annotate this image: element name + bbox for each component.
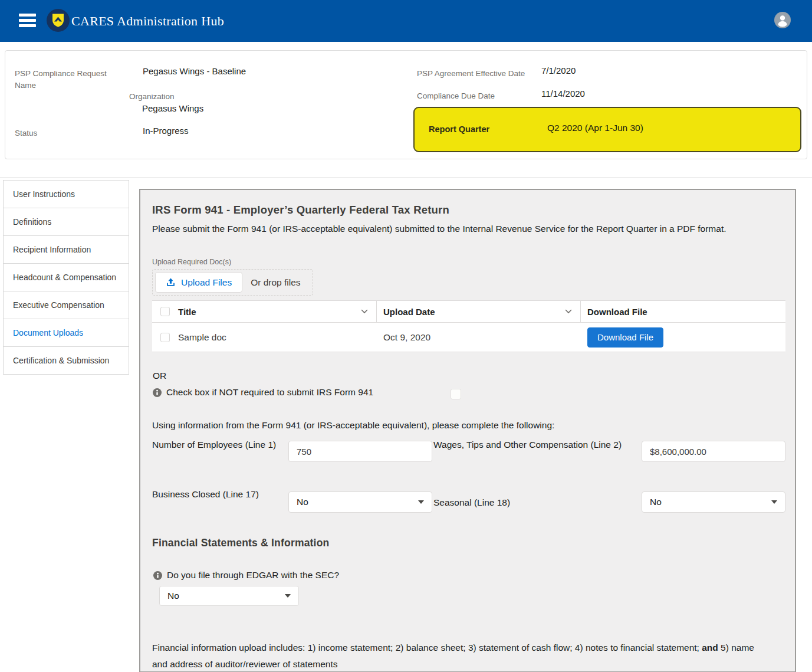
drop-files-text: Or drop files [242,277,310,288]
seasonal-select[interactable]: No [642,491,785,513]
report-quarter-label: Report Quarter [429,124,489,134]
top-navigation-bar: CARES Administration Hub [0,0,812,42]
compliance-summary-card: PSP Compliance Request Name Pegasus Wing… [5,50,807,159]
report-quarter-value: Q2 2020 (Apr 1-Jun 30) [547,123,643,133]
request-name-value: Pegasus Wings - Baseline [143,66,246,76]
due-date-value: 11/14/2020 [541,88,585,99]
request-name-label: PSP Compliance Request Name [15,68,112,91]
column-header-download-file: Download File [587,307,647,317]
employees-label: Number of Employees (Line 1) [152,437,279,453]
organization-label: Organization [129,91,175,103]
sidebar-item-headcount-compensation[interactable]: Headcount & Compensation [3,263,129,291]
or-separator-text: OR [153,371,166,381]
row-checkbox[interactable] [160,333,170,342]
not-required-checkbox[interactable] [451,389,461,399]
effective-date-label: PSP Agreement Effective Date [417,68,525,80]
sidebar-item-recipient-information[interactable]: Recipient Information [3,235,129,264]
user-avatar-icon[interactable] [774,12,791,28]
organization-value: Pegasus Wings [142,103,203,113]
upload-files-button[interactable]: Upload Files [155,272,242,293]
dropdown-arrow-icon [285,594,291,598]
form941-description: Please submit the Form 941 (or IRS-accep… [152,221,783,238]
shield-chevron-logo [51,13,65,28]
select-all-checkbox[interactable] [160,307,170,316]
document-uploads-panel: IRS Form 941 - Employer’s Quarterly Fede… [139,189,796,672]
business-closed-select[interactable]: No [288,491,432,513]
edgar-question-label: Do you file through EDGAR with the SEC? [167,570,339,581]
uploaded-documents-table: Title Upload Date Download File Sample d… [152,300,785,352]
form941-section-title: IRS Form 941 - Employer’s Quarterly Fede… [152,204,449,217]
document-title-cell: Sample doc [178,332,226,343]
section-navigation-sidebar: User Instructions Definitions Recipient … [3,180,129,375]
financial-upload-note: Financial information upload includes: 1… [152,640,768,672]
file-drop-zone[interactable]: Upload Files Or drop files [152,269,313,296]
upload-required-docs-label: Upload Required Doc(s) [152,258,231,266]
sidebar-item-document-uploads[interactable]: Document Uploads [3,319,129,347]
info-circle-icon[interactable] [153,388,162,397]
upload-date-cell: Oct 9, 2020 [383,332,430,343]
business-closed-label: Business Closed (Line 17) [152,486,270,503]
wages-label: Wages, Tips and Other Compensation (Line… [433,437,628,453]
edgar-question-row: Do you file through EDGAR with the SEC? [153,570,339,581]
chevron-down-icon[interactable] [361,309,368,314]
info-circle-icon[interactable] [153,571,162,580]
effective-date-value: 7/1/2020 [541,65,576,76]
not-required-row: Check box if NOT required to submit IRS … [153,387,373,398]
edgar-select[interactable]: No [159,586,299,606]
not-required-label: Check box if NOT required to submit IRS … [166,387,373,398]
app-logo [47,9,70,32]
due-date-label: Compliance Due Date [417,90,495,102]
table-row: Sample doc Oct 9, 2020 Download File [152,323,785,352]
sidebar-item-definitions[interactable]: Definitions [3,208,129,236]
download-file-button[interactable]: Download File [587,327,663,348]
seasonal-value: No [650,497,662,507]
dropdown-arrow-icon [771,500,777,504]
chevron-down-icon[interactable] [565,309,572,314]
app-title: CARES Administration Hub [71,0,224,42]
edgar-value: No [167,591,179,601]
complete-following-instruction: Using information from the Form 941 (or … [152,420,554,431]
status-value: In-Progress [143,126,189,136]
employees-input[interactable] [288,441,432,462]
column-header-upload-date[interactable]: Upload Date [383,307,435,317]
financial-section-title: Financial Statements & Information [152,537,329,549]
dropdown-arrow-icon [418,500,424,504]
table-header-row: Title Upload Date Download File [152,301,785,323]
sidebar-item-certification-submission[interactable]: Certification & Submission [3,346,129,375]
upload-arrow-icon [166,277,176,287]
column-header-title[interactable]: Title [178,307,196,317]
seasonal-label: Seasonal (Line 18) [433,494,628,511]
status-label: Status [15,127,37,139]
report-quarter-highlight: Report Quarter Q2 2020 (Apr 1-Jun 30) [413,107,801,152]
sidebar-item-executive-compensation[interactable]: Executive Compensation [3,291,129,319]
page-divider [0,177,812,178]
hamburger-icon[interactable] [19,14,36,28]
business-closed-value: No [297,497,308,507]
sidebar-item-user-instructions[interactable]: User Instructions [3,180,129,208]
upload-files-label: Upload Files [181,277,232,288]
wages-input[interactable] [642,441,785,462]
